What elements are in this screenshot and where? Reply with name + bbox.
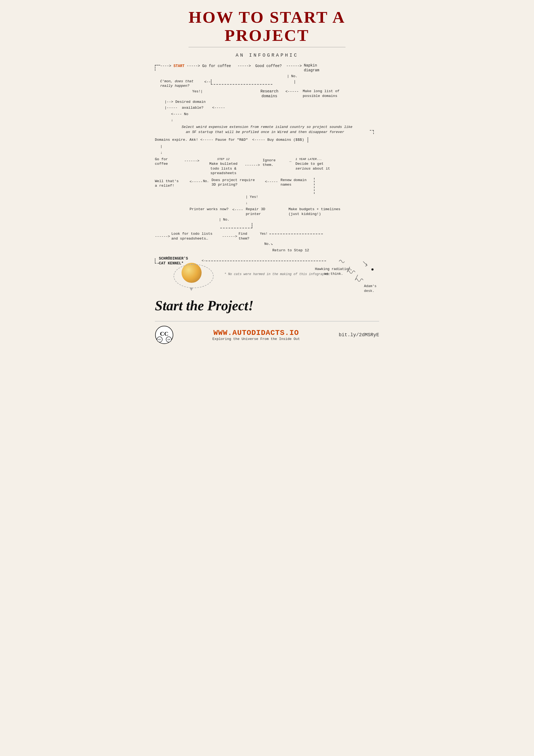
step12-label: STEP 12: [202, 157, 245, 162]
printer-works: Printer works now?: [190, 207, 232, 212]
yes-label-1: Yes!|: [192, 89, 203, 94]
row-8b: | No.: [219, 217, 379, 223]
dashed-line-right: [312, 178, 314, 194]
cat-oval: [174, 264, 214, 288]
row-2: | No.: [287, 73, 379, 79]
svg-text:BY: BY: [158, 338, 161, 341]
arrow-right-3: ------>: [222, 234, 237, 239]
napkin-label: Napkindiagram: [304, 63, 319, 73]
step12-text: Make bulletedtodo lists &spreadsheets: [202, 162, 245, 176]
row-4c: ↓: [171, 118, 379, 123]
row-1: ----> START -----> Go for coffee -----> …: [155, 63, 379, 73]
cat-arrow: ▼: [190, 285, 193, 294]
flow-text: ----> START -----> Go for coffee -----> …: [155, 63, 379, 266]
arrow-left-1: <--: [204, 79, 211, 88]
cc-icon: CC BY SA BY SA: [155, 326, 174, 344]
start-project-area: Start the Project!: [155, 296, 379, 316]
no-label-3: No.: [203, 179, 209, 184]
svg-line-5: [365, 265, 367, 266]
cat-area: ▼ * No cats were harmed in the making of…: [155, 261, 379, 293]
select-weird-em: Select weird expensive extension from re…: [181, 125, 353, 134]
footer-center: WWW.AUTODIDACTS.IO Exploring the Univers…: [213, 329, 300, 341]
yes-label-3: Yes!: [260, 231, 323, 237]
row-4: |--> Desired domain |----- available? <-…: [160, 99, 379, 111]
dashed-line-schrod: [206, 261, 326, 261]
footnote-text: * No cats were harmed in the making of t…: [224, 272, 330, 277]
domains-expire: Domains expire. Akk! <----- Pause for "R…: [155, 137, 304, 143]
row-7c: ↓: [246, 201, 379, 206]
arrow-left-5: <----: [232, 207, 243, 213]
row-7: Well that'sa relief! <----- No. Does pro…: [155, 178, 379, 194]
start-project-text: Start the Project!: [155, 298, 254, 313]
row-8: Printer works now? <---- Repair 3Dprinte…: [155, 207, 379, 216]
arrow-left-2: <-----: [285, 89, 299, 95]
row-5c: ↓: [160, 150, 379, 156]
one-year-col: 1 YEAR LATER... Decide to getserious abo…: [296, 157, 330, 171]
main-title: HOW TO START A PROJECT: [155, 8, 379, 44]
arrow-left-6: ------>: [155, 234, 170, 239]
footer: CC BY SA BY SA WWW.AUTODIDACTS.IO Explor…: [155, 321, 379, 344]
no-label-4: | No.: [219, 218, 229, 222]
row-6: Go forcoffee ------> STEP 12 Make bullet…: [155, 157, 379, 176]
svg-text:SA: SA: [167, 338, 170, 341]
arrow-right-2: ------>: [245, 162, 260, 168]
footer-url: WWW.AUTODIDACTS.IO: [213, 329, 300, 337]
napkin-down-arrow: |: [294, 79, 296, 88]
svg-line-3: [363, 261, 367, 265]
well-relief: Well that'sa relief!: [155, 179, 190, 188]
repair-3d: Repair 3Dprinter: [246, 207, 280, 216]
vert-arr-1: |: [160, 145, 162, 148]
arrow-right-1: ------>: [184, 158, 200, 164]
divider: [189, 47, 345, 47]
footer-bitly: bit.ly/2dMSRyE: [339, 332, 379, 338]
arrow-left-4: <-----: [265, 179, 278, 185]
no-label-1: | No.: [287, 74, 297, 78]
row-3: Yes!| Researchdomains <----- Make long l…: [155, 89, 379, 98]
cmon-text: C'mon, does thatreally happen?: [160, 79, 203, 88]
footer-tagline: Exploring the Universe From the Inside O…: [213, 337, 300, 341]
3d-question: Does project require3D printing?: [211, 178, 265, 187]
renew-domain: Renew domainnames: [280, 178, 307, 187]
svg-point-2: [371, 268, 374, 271]
return-step12: Return to Step 12: [272, 248, 309, 252]
row-4b: <---- No: [160, 111, 379, 117]
row-7b: | Yes!: [246, 194, 379, 200]
svg-text:CC: CC: [160, 330, 169, 337]
subtitle: AN INFOGRAPHIC: [155, 53, 379, 58]
go-coffee-2: Go forcoffee: [155, 157, 184, 166]
arrow-left-3: <-----: [190, 179, 203, 185]
no-label-2: <---- No: [160, 112, 188, 116]
down-arrow-1: ↓: [171, 118, 173, 122]
page: HOW TO START A PROJECT AN INFOGRAPHIC --…: [144, 0, 390, 350]
research-domains-box: Researchdomains: [256, 89, 283, 98]
start-node: START: [174, 64, 184, 68]
row-8c: [220, 223, 379, 230]
no-label-5: No.↘: [264, 242, 273, 246]
ignore-col: Ignorethem.: [262, 158, 289, 168]
row-2b: C'mon, does thatreally happen? <-- |: [155, 79, 379, 88]
border-no: [211, 79, 272, 85]
flow-row-4: |--> Desired domain |----- available? <-…: [160, 99, 225, 111]
row-5: Domains expire. Akk! <----- Pause for "R…: [155, 137, 379, 143]
make-long-list: Make long list ofpossible domains: [303, 89, 340, 98]
adams-desk: Adam'sdesk.: [364, 284, 377, 293]
look-todo: Look for todo listsand spreadsheets…: [172, 231, 222, 241]
cc-license-area: CC BY SA BY SA: [155, 326, 174, 344]
vert-arr-2: ↓: [160, 151, 162, 155]
flow-row-1-text: ----> START -----> Go for coffee -----> …: [160, 63, 302, 69]
select-dashed-right: [370, 130, 374, 134]
step12-col: STEP 12 Make bulletedtodo lists &spreads…: [202, 157, 245, 176]
serious-italic: serious: [296, 167, 311, 171]
select-weird-text: Select weird expensive extension from re…: [160, 124, 374, 135]
flowchart-area: ----> START -----> Go for coffee -----> …: [155, 63, 379, 315]
row-5b: |: [160, 144, 379, 149]
infographic: ----> START -----> Go for coffee -----> …: [155, 63, 379, 315]
row-9: ------> Look for todo listsand spreadshe…: [155, 231, 379, 241]
dashed-up-line: [220, 223, 252, 228]
decide-text: Decide to getserious about it: [296, 162, 330, 171]
down-arr-2: ↓: [246, 201, 248, 205]
footer-right: bit.ly/2dMSRyE: [339, 332, 379, 338]
right-arrow-down: [306, 137, 308, 143]
border-left-1: [155, 65, 160, 71]
yes-label-2: | Yes!: [246, 195, 258, 199]
